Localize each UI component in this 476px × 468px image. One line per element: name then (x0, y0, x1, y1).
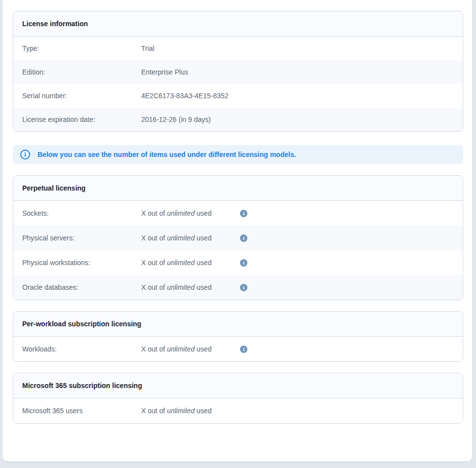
info-banner-text: Below you can see the number of items us… (38, 151, 296, 158)
row-label: Workloads: (22, 345, 141, 353)
perpetual-licensing-card: Perpetual licensing Sockets: X out of un… (13, 175, 463, 300)
usage-value: X out of unlimited used (141, 283, 240, 291)
license-row-type: Type: Trial (13, 37, 463, 60)
usage-row-sockets: Sockets: X out of unlimited used i (13, 201, 463, 226)
usage-value: X out of unlimited used (141, 234, 240, 242)
usage-row-physical-workstations: Physical workstations: X out of unlimite… (13, 250, 463, 275)
card-title-license-information: License information (13, 11, 463, 37)
info-filled-icon[interactable]: i (240, 259, 247, 267)
row-label: Microsoft 365 users (22, 407, 141, 415)
row-label: Type: (22, 44, 141, 52)
m365-licensing-card: Microsoft 365 subscription licensing Mic… (13, 373, 463, 424)
card-title-per-workload: Per-workload subscription licensing (13, 312, 463, 337)
card-title-m365: Microsoft 365 subscription licensing (13, 373, 463, 398)
spacer (13, 362, 463, 373)
row-label: Physical workstations: (22, 259, 141, 267)
row-label: Physical servers: (22, 234, 141, 242)
card-title-perpetual-licensing: Perpetual licensing (13, 176, 463, 201)
row-value: 2016-12-26 (in 9 days) (141, 116, 211, 123)
info-filled-icon[interactable]: i (240, 346, 247, 353)
row-label: License expiration date: (22, 116, 141, 123)
info-filled-icon[interactable]: i (240, 284, 247, 291)
usage-value: X out of unlimited used (141, 259, 240, 267)
usage-row-oracle-databases: Oracle databases: X out of unlimited use… (13, 275, 463, 300)
info-filled-icon[interactable]: i (240, 210, 247, 217)
usage-row-physical-servers: Physical servers: X out of unlimited use… (13, 226, 463, 250)
license-row-expiration-date: License expiration date: 2016-12-26 (in … (13, 108, 463, 131)
row-label: Serial number: (22, 92, 141, 100)
usage-value: X out of unlimited used (141, 209, 240, 217)
usage-row-workloads: Workloads: X out of unlimited used i (13, 337, 463, 361)
usage-value: X out of unlimited used (141, 345, 240, 353)
usage-value: X out of unlimited used (141, 407, 240, 415)
row-label: Edition: (22, 68, 141, 76)
row-label: Sockets: (22, 209, 141, 217)
license-row-edition: Edition: Enterprise Plus (13, 60, 463, 84)
spacer (13, 300, 463, 311)
info-circle-outline-icon: i (20, 150, 30, 159)
content-panel: License information Type: Trial Edition:… (2, 0, 472, 462)
license-row-serial-number: Serial number: 4E2C6173-83A3-4E15-8352 (13, 84, 463, 108)
info-filled-icon[interactable]: i (240, 234, 247, 242)
per-workload-licensing-card: Per-workload subscription licensing Work… (13, 311, 463, 362)
row-label: Oracle databases: (22, 283, 141, 291)
row-value: Enterprise Plus (141, 68, 188, 76)
usage-row-m365-users: Microsoft 365 users X out of unlimited u… (13, 398, 463, 423)
row-value: Trial (141, 44, 155, 52)
row-value: 4E2C6173-83A3-4E15-8352 (141, 92, 229, 100)
license-information-card: License information Type: Trial Edition:… (13, 11, 463, 132)
info-banner: i Below you can see the number of items … (13, 145, 463, 164)
